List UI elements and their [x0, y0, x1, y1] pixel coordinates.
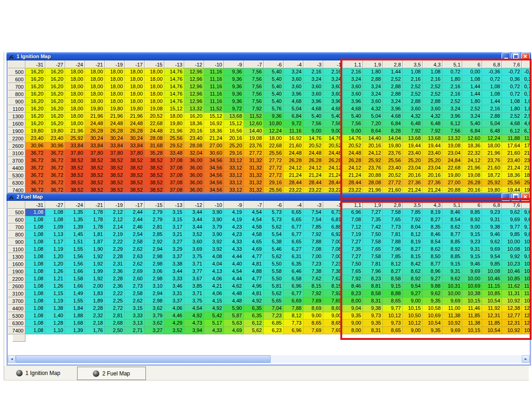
map-cell[interactable]: 23,04 — [423, 164, 442, 172]
map-cell[interactable]: 3,75 — [184, 253, 204, 260]
map-cell[interactable]: 21,24 — [303, 172, 323, 179]
map-cell[interactable]: 3,24 — [363, 83, 383, 91]
map-cell[interactable]: 3,96 — [343, 98, 363, 105]
map-cell[interactable]: 5,76 — [264, 105, 284, 113]
map-cell[interactable]: 16,20 — [25, 83, 45, 91]
map-cell[interactable]: 8,23 — [363, 275, 383, 283]
map-cell[interactable]: 4,48 — [224, 290, 244, 297]
map-cell[interactable]: 10,08 — [482, 268, 502, 275]
map-cell[interactable]: 6,84 — [462, 127, 482, 135]
map-cell[interactable]: 8,15 — [403, 253, 423, 260]
map-cell[interactable]: 4,46 — [164, 312, 184, 320]
map-cell[interactable]: 23,40 — [25, 135, 45, 142]
map-cell[interactable]: 9,69 — [502, 216, 522, 224]
map-cell[interactable]: 10,54 — [482, 327, 502, 334]
map-cell[interactable]: 1,92 — [85, 260, 105, 268]
map-cell[interactable]: 3,71 — [184, 290, 204, 297]
map-cell[interactable]: 9,62 — [423, 290, 442, 297]
map-cell[interactable]: 5,90 — [224, 305, 244, 312]
map-cell[interactable]: 16,56 — [224, 127, 244, 135]
map-cell[interactable]: 9,31 — [442, 268, 462, 275]
map-cell[interactable]: 3,60 — [423, 105, 442, 113]
map-cell[interactable]: 33,84 — [125, 142, 145, 150]
map-cell[interactable]: 1,99 — [85, 268, 105, 275]
map-cell[interactable]: 2,71 — [125, 327, 145, 334]
map-cell[interactable]: 22,32 — [462, 150, 482, 157]
map-cell[interactable]: 11,16 — [204, 91, 224, 98]
map-cell[interactable]: 1,08 — [25, 216, 45, 224]
map-cell[interactable]: 1,35 — [65, 216, 85, 224]
map-cell[interactable]: 38,52 — [105, 179, 125, 187]
map-cell[interactable]: 18,00 — [125, 76, 145, 83]
map-cell[interactable]: 8,62 — [403, 268, 423, 275]
map-cell[interactable]: 18,00 — [145, 83, 164, 91]
map-cell[interactable]: 21,60 — [482, 164, 502, 172]
map-cell[interactable]: 38,52 — [105, 172, 125, 179]
map-cell[interactable]: 8,69 — [323, 305, 343, 312]
map-cell[interactable]: 18,36 — [184, 120, 204, 127]
map-cell[interactable]: 29,16 — [264, 179, 284, 187]
map-cell[interactable]: 19,80 — [25, 127, 45, 135]
map-cell[interactable]: 8,65 — [303, 320, 323, 327]
map-cell[interactable]: 28,44 — [343, 179, 363, 187]
map-cell[interactable]: 10,80 — [264, 120, 284, 127]
map-cell[interactable]: 16,20 — [45, 68, 65, 76]
map-cell[interactable]: 38,52 — [145, 164, 164, 172]
map-cell[interactable]: 0,72 — [502, 91, 522, 98]
map-cell[interactable]: 2,79 — [145, 209, 164, 216]
map-cell[interactable]: 2,16 — [323, 68, 343, 76]
map-cell[interactable]: 8,69 — [303, 305, 323, 312]
map-cell[interactable]: 29,16 — [224, 150, 244, 157]
map-cell[interactable]: 2,19 — [105, 231, 125, 238]
map-cell[interactable]: 38,52 — [125, 164, 145, 172]
map-cell[interactable]: 5,04 — [482, 120, 502, 127]
map-cell[interactable]: 27,36 — [423, 179, 442, 187]
map-cell[interactable]: 3,37 — [164, 297, 184, 305]
map-cell[interactable]: 7,69 — [323, 327, 343, 334]
map-cell[interactable]: 4,77 — [244, 275, 264, 283]
map-cell[interactable]: 30,96 — [25, 142, 45, 150]
map-cell[interactable]: 3,44 — [184, 224, 204, 231]
maximize-button[interactable] — [511, 53, 520, 60]
map-cell[interactable]: 4,69 — [224, 327, 244, 334]
map-cell[interactable]: 8,19 — [403, 238, 423, 246]
map-cell[interactable]: 2,79 — [145, 216, 164, 224]
map-cell[interactable]: 2,52 — [423, 83, 442, 91]
map-cell[interactable]: 18,00 — [65, 120, 85, 127]
map-cell[interactable]: 3,15 — [164, 216, 184, 224]
map-cell[interactable]: 7,56 — [244, 98, 264, 105]
map-cell[interactable]: 11,16 — [204, 98, 224, 105]
map-cell[interactable]: 6,23 — [264, 327, 284, 334]
map-cell[interactable]: 7,54 — [303, 209, 323, 216]
map-cell[interactable]: 11,85 — [462, 312, 482, 320]
map-cell[interactable]: 4,88 — [244, 268, 264, 275]
map-cell[interactable]: 7,56 — [303, 120, 323, 127]
map-cell[interactable]: 1,45 — [65, 231, 85, 238]
map-cell[interactable]: 4,08 — [204, 253, 224, 260]
map-cell[interactable]: 10,08 — [502, 246, 522, 253]
map-cell[interactable]: 38,52 — [125, 157, 145, 164]
map-cell[interactable]: 5,62 — [264, 224, 284, 231]
map-cell[interactable]: 3,21 — [164, 231, 184, 238]
map-cell[interactable]: 9,27 — [423, 275, 442, 283]
map-cell[interactable]: 2,62 — [125, 260, 145, 268]
map-cell[interactable]: 3,17 — [164, 224, 184, 231]
map-cell[interactable]: 37,08 — [164, 157, 184, 164]
map-cell[interactable]: 7,92 — [403, 127, 423, 135]
map-cell[interactable]: 7,81 — [363, 260, 383, 268]
map-cell[interactable]: 1,08 — [25, 305, 45, 312]
map-cell[interactable]: 2,92 — [145, 238, 164, 246]
map-cell[interactable]: 21,96 — [125, 113, 145, 120]
map-cell[interactable]: 25,20 — [403, 157, 423, 164]
map-cell[interactable]: 4,68 — [343, 105, 363, 113]
map-cell[interactable]: 1,19 — [45, 297, 65, 305]
map-cell[interactable]: 4,54 — [244, 216, 264, 224]
map-cell-clipped[interactable]: 18,36 — [522, 172, 530, 179]
map-cell[interactable]: 16,20 — [25, 76, 45, 83]
map-cell[interactable]: 1,08 — [482, 83, 502, 91]
map-cell[interactable]: 3,27 — [145, 327, 164, 334]
map-cell[interactable]: 3,44 — [164, 268, 184, 275]
map-cell[interactable]: 6,85 — [264, 320, 284, 327]
map-cell[interactable]: 27,00 — [204, 142, 224, 150]
map-cell[interactable]: 4,68 — [502, 120, 522, 127]
